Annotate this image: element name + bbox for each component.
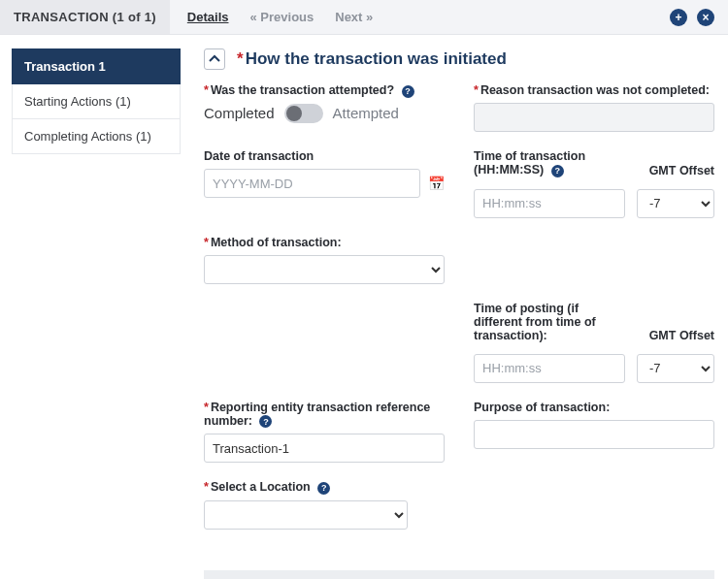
method-select[interactable] xyxy=(204,255,445,284)
tab-details[interactable]: Details xyxy=(187,10,229,24)
breadcrumb-title: TRANSACTION (1 of 1) xyxy=(0,0,170,34)
posting-label: Time of posting (if different from time … xyxy=(474,302,625,342)
attempted-toggle[interactable] xyxy=(284,104,323,123)
collapse-toggle[interactable] xyxy=(204,48,225,70)
toggle-attempted-label: Attempted xyxy=(333,105,399,121)
gmt-select[interactable]: -7 xyxy=(637,189,714,218)
section-title: *How the transaction was initiated xyxy=(237,49,507,69)
nav-previous[interactable]: « Previous xyxy=(249,10,314,24)
location-select[interactable] xyxy=(204,500,408,530)
add-icon[interactable]: + xyxy=(670,9,687,26)
sidebar-item-transaction-1[interactable]: Transaction 1 xyxy=(12,48,181,84)
calendar-icon[interactable]: 📅 xyxy=(428,176,445,191)
sidebar-item-starting-actions[interactable]: Starting Actions (1) xyxy=(12,84,181,119)
ref-label: *Reporting entity transaction reference … xyxy=(204,401,445,429)
purpose-input[interactable] xyxy=(474,420,714,449)
gmt-label: GMT Offset xyxy=(637,164,714,177)
posting-time-input[interactable] xyxy=(474,354,625,383)
toggle-completed-label: Completed xyxy=(204,105,275,121)
sidebar-item-completing-actions[interactable]: Completing Actions (1) xyxy=(12,119,181,154)
help-attempted-icon[interactable]: ? xyxy=(402,85,414,98)
purpose-label: Purpose of transaction: xyxy=(474,401,714,414)
location-details-box: Location Number Location Name Street Add… xyxy=(204,570,714,580)
posting-gmt-select[interactable]: -7 xyxy=(637,354,714,383)
method-label: *Method of transaction: xyxy=(204,236,445,249)
sidebar: Transaction 1 Starting Actions (1) Compl… xyxy=(0,48,190,579)
reason-label: *Reason transaction was not completed: xyxy=(474,83,714,97)
time-input[interactable] xyxy=(474,189,625,218)
attempted-label: *Was the transaction attempted? ? xyxy=(204,83,445,98)
chevron-up-icon xyxy=(209,53,220,65)
ref-input[interactable] xyxy=(204,434,445,463)
reason-input xyxy=(474,103,714,132)
time-label: Time of transaction (HH:MM:SS) ? xyxy=(474,149,625,177)
help-location-icon[interactable]: ? xyxy=(317,482,330,495)
date-input[interactable] xyxy=(204,169,420,198)
help-time-icon[interactable]: ? xyxy=(551,165,564,177)
close-icon[interactable]: × xyxy=(697,9,714,26)
help-ref-icon[interactable]: ? xyxy=(259,415,272,428)
date-label: Date of transaction xyxy=(204,149,445,163)
nav-next[interactable]: Next » xyxy=(335,10,373,24)
location-label: *Select a Location ? xyxy=(204,480,714,495)
gmt-label-2: GMT Offset xyxy=(637,329,714,342)
